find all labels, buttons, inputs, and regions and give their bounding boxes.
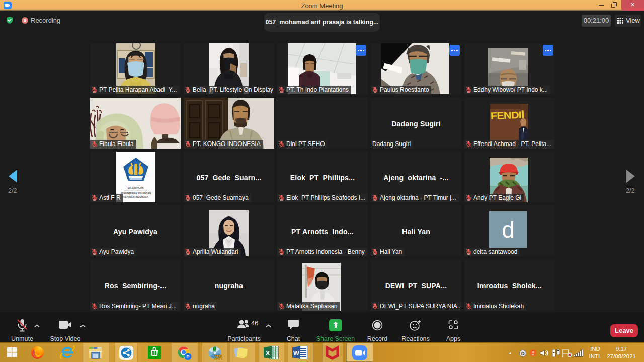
svg-text:P: P: [186, 354, 190, 359]
svg-text:FENDI: FENDI: [490, 109, 521, 121]
svg-text:REPUBLIK INDONESIA: REPUBLIK INDONESIA: [123, 196, 148, 198]
svg-text:f5: f5: [521, 351, 525, 356]
svg-text:W: W: [293, 350, 299, 357]
svg-text:KEMENTERIAN KEUANGAN: KEMENTERIAN KEUANGAN: [121, 192, 151, 195]
svg-text:DITJEN PAJAK: DITJEN PAJAK: [128, 187, 144, 189]
svg-text:2R: 2R: [215, 353, 223, 361]
svg-text:X: X: [265, 349, 270, 357]
